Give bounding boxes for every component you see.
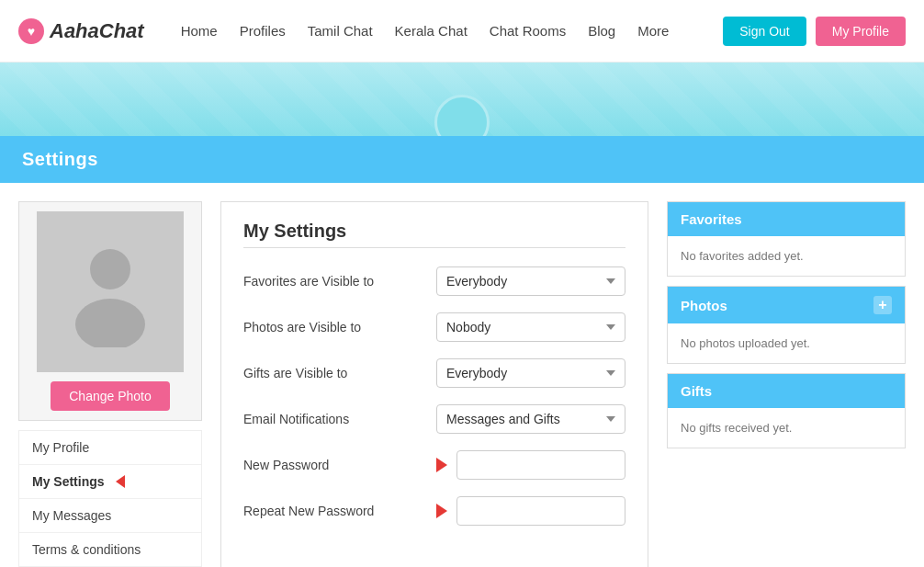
settings-card: My Settings Favorites are Visible to Eve… xyxy=(220,201,648,567)
control-favorites-visible: Everybody Nobody Friends Only xyxy=(436,266,625,296)
row-repeat-new-password: Repeat New Password xyxy=(243,496,625,526)
control-repeat-new-password xyxy=(456,496,625,526)
label-favorites-visible: Favorites are Visible to xyxy=(243,274,427,289)
sidebar-nav: My Profile My Settings My Messages Terms… xyxy=(18,430,202,567)
svg-point-0 xyxy=(90,249,130,289)
header: ♥ AahaChat Home Profiles Tamil Chat Kera… xyxy=(0,0,924,62)
nav-more[interactable]: More xyxy=(637,23,669,39)
right-panel: Favorites No favorites added yet. Photos… xyxy=(667,201,906,567)
avatar-box: Change Photo xyxy=(18,201,202,421)
widget-gifts: Gifts No gifts received yet. xyxy=(667,373,906,448)
svg-point-1 xyxy=(75,299,145,347)
widget-gifts-empty: No gifts received yet. xyxy=(681,421,792,435)
control-new-password xyxy=(456,450,625,480)
hero-circle xyxy=(434,95,490,136)
select-email-notifications[interactable]: Messages and Gifts None All xyxy=(436,404,625,434)
widget-photos-body: No photos uploaded yet. xyxy=(668,323,905,363)
sidebar-label-my-messages: My Messages xyxy=(32,508,111,523)
sidebar-label-terms: Terms & conditions xyxy=(32,542,141,557)
label-repeat-new-password: Repeat New Password xyxy=(243,504,427,518)
nav-blog[interactable]: Blog xyxy=(588,23,615,39)
nav-tamil-chat[interactable]: Tamil Chat xyxy=(308,23,373,39)
center-panel: My Settings Favorites are Visible to Eve… xyxy=(220,201,648,567)
arrow-left-icon xyxy=(116,475,125,488)
header-buttons: Sign Out My Profile xyxy=(723,17,906,46)
widget-photos: Photos + No photos uploaded yet. xyxy=(667,286,906,364)
settings-section-title: My Settings xyxy=(243,221,625,242)
logo-heart-icon: ♥ xyxy=(28,24,35,39)
sidebar-item-my-profile[interactable]: My Profile xyxy=(19,431,201,465)
widget-photos-title: Photos xyxy=(681,298,727,313)
divider xyxy=(243,247,625,248)
avatar-silhouette xyxy=(37,211,184,372)
select-photos-visible[interactable]: Everybody Nobody Friends Only xyxy=(436,312,625,342)
control-gifts-visible: Everybody Nobody Friends Only xyxy=(436,358,625,388)
row-photos-visible: Photos are Visible to Everybody Nobody F… xyxy=(243,312,625,342)
widget-photos-header: Photos + xyxy=(668,287,905,323)
select-gifts-visible[interactable]: Everybody Nobody Friends Only xyxy=(436,358,625,388)
main-content: Change Photo My Profile My Settings My M… xyxy=(0,183,924,567)
sidebar-label-my-settings: My Settings xyxy=(32,474,105,489)
sidebar-item-terms[interactable]: Terms & conditions xyxy=(19,533,201,567)
input-repeat-new-password[interactable] xyxy=(456,496,625,526)
my-profile-button[interactable]: My Profile xyxy=(816,17,906,46)
select-favorites-visible[interactable]: Everybody Nobody Friends Only xyxy=(436,266,625,296)
widget-favorites-body: No favorites added yet. xyxy=(668,236,905,276)
avatar-image xyxy=(37,211,184,372)
widget-gifts-header: Gifts xyxy=(668,374,905,408)
sign-out-button[interactable]: Sign Out xyxy=(723,17,806,46)
nav-chat-rooms[interactable]: Chat Rooms xyxy=(490,23,566,39)
row-email-notifications: Email Notifications Messages and Gifts N… xyxy=(243,404,625,434)
label-email-notifications: Email Notifications xyxy=(243,412,427,426)
widget-photos-empty: No photos uploaded yet. xyxy=(681,336,810,350)
widget-gifts-title: Gifts xyxy=(681,383,712,399)
logo[interactable]: ♥ AahaChat xyxy=(18,18,144,44)
arrow-right-new-password-icon xyxy=(436,458,447,472)
row-gifts-visible: Gifts are Visible to Everybody Nobody Fr… xyxy=(243,358,625,388)
nav-profiles[interactable]: Profiles xyxy=(240,23,286,39)
settings-title: Settings xyxy=(22,149,98,169)
sidebar-label-my-profile: My Profile xyxy=(32,440,89,455)
widget-gifts-body: No gifts received yet. xyxy=(668,408,905,448)
logo-icon: ♥ xyxy=(18,18,44,44)
input-new-password[interactable] xyxy=(456,450,625,480)
nav-kerala-chat[interactable]: Kerala Chat xyxy=(395,23,468,39)
hero-banner xyxy=(0,62,924,136)
label-gifts-visible: Gifts are Visible to xyxy=(243,366,427,380)
arrow-right-repeat-password-icon xyxy=(436,504,447,518)
control-photos-visible: Everybody Nobody Friends Only xyxy=(436,312,625,342)
change-photo-button[interactable]: Change Photo xyxy=(51,381,170,411)
label-new-password: New Password xyxy=(243,458,427,472)
left-panel: Change Photo My Profile My Settings My M… xyxy=(18,201,202,567)
settings-titlebar: Settings xyxy=(0,136,924,183)
widget-favorites-empty: No favorites added yet. xyxy=(681,249,804,263)
widget-favorites: Favorites No favorites added yet. xyxy=(667,201,906,277)
label-photos-visible: Photos are Visible to xyxy=(243,320,427,335)
widget-photos-add-button[interactable]: + xyxy=(873,296,892,314)
row-favorites-visible: Favorites are Visible to Everybody Nobod… xyxy=(243,266,625,296)
main-nav: Home Profiles Tamil Chat Kerala Chat Cha… xyxy=(181,23,724,39)
widget-favorites-title: Favorites xyxy=(681,211,742,227)
nav-home[interactable]: Home xyxy=(181,23,218,39)
sidebar-item-my-messages[interactable]: My Messages xyxy=(19,499,201,533)
sidebar-item-my-settings[interactable]: My Settings xyxy=(19,465,201,499)
logo-text: AahaChat xyxy=(50,19,144,43)
control-email-notifications: Messages and Gifts None All xyxy=(436,404,625,434)
row-new-password: New Password xyxy=(243,450,625,480)
widget-favorites-header: Favorites xyxy=(668,202,905,236)
